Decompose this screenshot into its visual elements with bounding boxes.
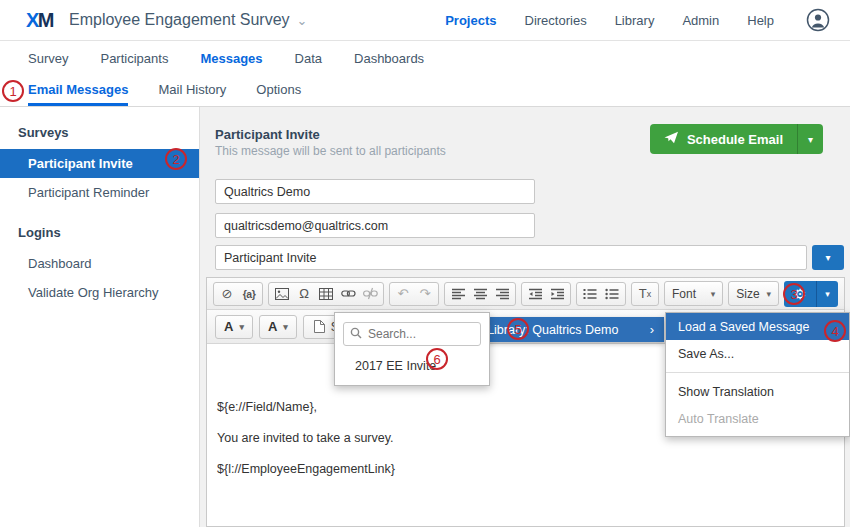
body-line: ${l://EmployeeEngagementLink} bbox=[217, 462, 832, 476]
xm-logo-x: X bbox=[26, 9, 38, 31]
annotation-circle-2: 2 bbox=[165, 148, 187, 170]
document-icon bbox=[314, 320, 325, 333]
toolbar-group-align bbox=[444, 282, 516, 306]
piped-text-button[interactable]: {a} bbox=[238, 284, 260, 304]
prohibit-icon[interactable]: ⊘ bbox=[216, 284, 238, 304]
from-name-input[interactable] bbox=[215, 179, 535, 204]
menu-item-load-saved-message[interactable]: Load a Saved Message bbox=[666, 313, 849, 340]
align-left-icon[interactable] bbox=[447, 284, 469, 304]
messages-subtabs: Email Messages Mail History Options bbox=[0, 75, 850, 107]
xm-logo[interactable]: XM bbox=[26, 9, 53, 32]
page-title: Participant Invite bbox=[215, 127, 320, 142]
special-character-icon[interactable]: Ω bbox=[293, 284, 315, 304]
project-title[interactable]: Employee Engagement Survey bbox=[69, 11, 290, 29]
search-icon bbox=[350, 325, 362, 343]
tab-dashboards[interactable]: Dashboards bbox=[354, 51, 424, 66]
editor-toolbar-row1: ⊘ {a} Ω ↶ ↷ bbox=[207, 278, 844, 310]
insert-table-icon[interactable] bbox=[315, 284, 337, 304]
survey-tabs: Survey Participants Messages Data Dashbo… bbox=[0, 41, 850, 75]
sidebar-item-participant-reminder[interactable]: Participant Reminder bbox=[0, 178, 199, 207]
align-right-icon[interactable] bbox=[491, 284, 513, 304]
schedule-email-split-button: Schedule Email ▾ bbox=[650, 124, 823, 154]
tab-survey[interactable]: Survey bbox=[28, 51, 68, 66]
page-subtitle: This message will be sent to all partici… bbox=[215, 144, 446, 158]
annotation-circle-6: 6 bbox=[426, 348, 448, 370]
unordered-list-icon[interactable] bbox=[601, 284, 623, 304]
topbar: XM Employee Engagement Survey ⌄ Projects… bbox=[0, 0, 850, 41]
chevron-down-icon: ▾ bbox=[283, 322, 288, 332]
outdent-icon[interactable] bbox=[524, 284, 546, 304]
unlink-icon[interactable] bbox=[359, 284, 381, 304]
subtab-mail-history[interactable]: Mail History bbox=[158, 75, 226, 106]
toolbar-group-history: ↶ ↷ bbox=[389, 282, 439, 306]
background-color-button[interactable]: A▾ bbox=[262, 317, 294, 337]
menu-item-show-translation[interactable]: Show Translation bbox=[666, 378, 849, 405]
sidebar-item-validate-org-hierarchy[interactable]: Validate Org Hierarchy bbox=[0, 278, 199, 307]
annotation-circle-3: 3 bbox=[783, 283, 805, 305]
annotation-circle-4: 4 bbox=[824, 320, 846, 342]
sidebar-header-surveys: Surveys bbox=[0, 117, 199, 149]
toolbar-group-bg-color: A▾ bbox=[259, 315, 297, 339]
ordered-list-icon[interactable] bbox=[579, 284, 601, 304]
toolbar-group-lists bbox=[576, 282, 626, 306]
toolbar-group-indent bbox=[521, 282, 571, 306]
size-select-label: Size bbox=[736, 287, 759, 301]
messages-sidebar: Surveys Participant Invite Participant R… bbox=[0, 107, 200, 527]
saved-message-search-popup: 2017 EE Invite bbox=[334, 312, 490, 386]
subject-dropdown-button[interactable]: ▾ bbox=[812, 245, 844, 270]
redo-icon[interactable]: ↷ bbox=[414, 284, 436, 304]
size-select[interactable]: Size ▾ bbox=[728, 281, 779, 306]
sidebar-item-dashboard[interactable]: Dashboard bbox=[0, 249, 199, 278]
search-result-item[interactable]: 2017 EE Invite bbox=[343, 346, 481, 381]
tab-messages[interactable]: Messages bbox=[200, 51, 262, 66]
undo-icon[interactable]: ↶ bbox=[392, 284, 414, 304]
chevron-down-icon: ▾ bbox=[766, 289, 771, 299]
search-input[interactable] bbox=[368, 327, 474, 341]
link-icon[interactable] bbox=[337, 284, 359, 304]
font-select-label: Font bbox=[672, 287, 696, 301]
toolbar-group-insert: Ω bbox=[268, 282, 384, 306]
nav-library[interactable]: Library bbox=[615, 13, 655, 28]
global-nav: Projects Directories Library Admin Help bbox=[445, 8, 830, 32]
nav-directories[interactable]: Directories bbox=[525, 13, 587, 28]
annotation-circle-5: 5 bbox=[507, 318, 529, 340]
chevron-down-icon[interactable]: ⌄ bbox=[297, 13, 308, 28]
subtab-email-messages[interactable]: Email Messages bbox=[28, 75, 128, 106]
toolbar-group-piped: ⊘ {a} bbox=[213, 282, 263, 306]
indent-icon[interactable] bbox=[546, 284, 568, 304]
annotation-circle-1: 1 bbox=[2, 80, 24, 102]
reply-to-email-input[interactable] bbox=[215, 213, 535, 238]
user-avatar-icon[interactable] bbox=[806, 8, 830, 32]
schedule-email-label: Schedule Email bbox=[687, 132, 783, 147]
nav-projects[interactable]: Projects bbox=[445, 13, 496, 28]
xm-logo-m: M bbox=[38, 9, 53, 31]
menu-divider bbox=[666, 372, 849, 373]
text-color-button[interactable]: A▾ bbox=[218, 317, 250, 337]
remove-format-button[interactable]: Tx bbox=[634, 284, 656, 304]
schedule-email-button[interactable]: Schedule Email bbox=[650, 124, 797, 154]
send-icon bbox=[664, 131, 679, 147]
chevron-down-icon: ▾ bbox=[711, 289, 716, 299]
message-content: Participant Invite This message will be … bbox=[200, 107, 850, 527]
schedule-email-dropdown-button[interactable]: ▾ bbox=[797, 124, 823, 154]
submenu-arrow-icon: › bbox=[650, 322, 654, 337]
search-box bbox=[343, 322, 481, 346]
editor-options-menu: Load a Saved Message Save As... Show Tra… bbox=[665, 312, 850, 437]
subtab-options[interactable]: Options bbox=[256, 75, 301, 106]
insert-image-icon[interactable] bbox=[271, 284, 293, 304]
chevron-down-icon[interactable]: ▾ bbox=[816, 281, 838, 307]
nav-admin[interactable]: Admin bbox=[682, 13, 719, 28]
font-select[interactable]: Font ▾ bbox=[664, 281, 723, 306]
tab-data[interactable]: Data bbox=[295, 51, 322, 66]
menu-item-save-as[interactable]: Save As... bbox=[666, 340, 849, 367]
nav-help[interactable]: Help bbox=[747, 13, 774, 28]
main-area: Surveys Participant Invite Participant R… bbox=[0, 107, 850, 527]
tab-participants[interactable]: Participants bbox=[100, 51, 168, 66]
chevron-down-icon: ▾ bbox=[239, 322, 244, 332]
align-center-icon[interactable] bbox=[469, 284, 491, 304]
toolbar-group-text-color: A▾ bbox=[215, 315, 253, 339]
sidebar-header-logins: Logins bbox=[0, 217, 199, 249]
subject-input[interactable] bbox=[215, 245, 807, 270]
menu-item-auto-translate: Auto Translate bbox=[666, 405, 849, 432]
toolbar-group-format: Tx bbox=[631, 282, 659, 306]
